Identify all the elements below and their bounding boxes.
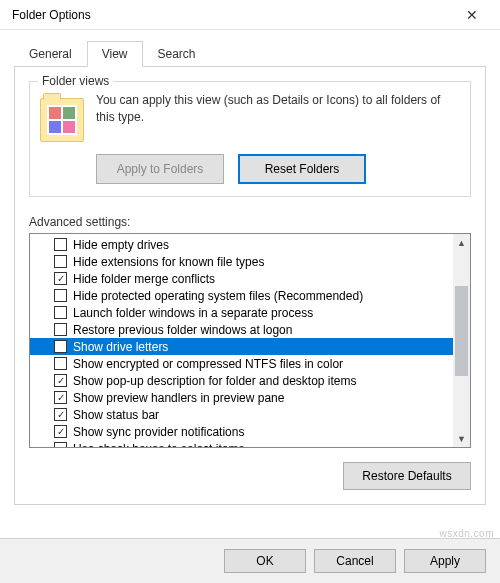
scroll-up-icon[interactable]: ▲	[453, 234, 470, 251]
list-item-label: Restore previous folder windows at logon	[73, 323, 292, 337]
checkbox-icon[interactable]	[54, 323, 67, 336]
list-item-label: Show encrypted or compressed NTFS files …	[73, 357, 343, 371]
list-item[interactable]: Hide empty drives	[30, 236, 453, 253]
list-item[interactable]: ✓Show status bar	[30, 406, 453, 423]
list-item[interactable]: Hide extensions for known file types	[30, 253, 453, 270]
list-item[interactable]: Show encrypted or compressed NTFS files …	[30, 355, 453, 372]
content-area: General View Search Folder views You can…	[0, 30, 500, 505]
scroll-track[interactable]	[453, 251, 470, 430]
tab-general[interactable]: General	[14, 41, 87, 67]
list-item-label: Use check boxes to select items	[73, 442, 244, 448]
list-item-label: Show status bar	[73, 408, 159, 422]
reset-folders-button[interactable]: Reset Folders	[238, 154, 366, 184]
window-title: Folder Options	[12, 8, 91, 22]
apply-to-folders-button: Apply to Folders	[96, 154, 224, 184]
folder-icon	[40, 98, 84, 142]
list-item[interactable]: Hide protected operating system files (R…	[30, 287, 453, 304]
scrollbar[interactable]: ▲ ▼	[453, 234, 470, 447]
scroll-thumb[interactable]	[455, 286, 468, 376]
folder-views-text: You can apply this view (such as Details…	[96, 92, 460, 142]
checkbox-icon[interactable]	[54, 442, 67, 447]
checkbox-icon[interactable]	[54, 357, 67, 370]
list-item[interactable]: ✓Show preview handlers in preview pane	[30, 389, 453, 406]
tab-search[interactable]: Search	[143, 41, 211, 67]
close-icon: ✕	[466, 7, 478, 23]
cancel-button[interactable]: Cancel	[314, 549, 396, 573]
list-item-label: Show pop-up description for folder and d…	[73, 374, 357, 388]
checkbox-icon[interactable]: ✓	[54, 272, 67, 285]
tab-strip: General View Search	[14, 40, 486, 67]
checkbox-icon[interactable]	[54, 306, 67, 319]
checkbox-icon[interactable]	[54, 289, 67, 302]
close-button[interactable]: ✕	[452, 1, 492, 29]
list-item-label: Hide protected operating system files (R…	[73, 289, 363, 303]
list-item-label: Hide empty drives	[73, 238, 169, 252]
restore-defaults-button[interactable]: Restore Defaults	[343, 462, 471, 490]
folder-views-legend: Folder views	[38, 74, 113, 88]
list-item-label: Show sync provider notifications	[73, 425, 244, 439]
list-item[interactable]: ✓Hide folder merge conflicts	[30, 270, 453, 287]
checkbox-icon[interactable]: ✓	[54, 374, 67, 387]
list-item[interactable]: Use check boxes to select items	[30, 440, 453, 447]
advanced-settings-listbox: Hide empty drivesHide extensions for kno…	[29, 233, 471, 448]
list-item-label: Hide folder merge conflicts	[73, 272, 215, 286]
checkbox-icon[interactable]: ✓	[54, 425, 67, 438]
list-item-label: Show preview handlers in preview pane	[73, 391, 284, 405]
list-item[interactable]: ✓Show sync provider notifications	[30, 423, 453, 440]
checkbox-icon[interactable]	[54, 238, 67, 251]
dialog-button-bar: OK Cancel Apply	[0, 538, 500, 583]
checkbox-icon[interactable]: ✓	[54, 391, 67, 404]
list-item[interactable]: ✓Show pop-up description for folder and …	[30, 372, 453, 389]
list-item-label: Show drive letters	[73, 340, 168, 354]
list-item[interactable]: Launch folder windows in a separate proc…	[30, 304, 453, 321]
list-item-label: Launch folder windows in a separate proc…	[73, 306, 313, 320]
checkbox-icon[interactable]: ✓	[54, 408, 67, 421]
folder-views-group: Folder views You can apply this view (su…	[29, 81, 471, 197]
list-item[interactable]: Restore previous folder windows at logon	[30, 321, 453, 338]
list-item-label: Hide extensions for known file types	[73, 255, 264, 269]
titlebar: Folder Options ✕	[0, 0, 500, 30]
advanced-settings-label: Advanced settings:	[29, 215, 471, 229]
checkbox-icon[interactable]	[54, 340, 67, 353]
apply-button[interactable]: Apply	[404, 549, 486, 573]
list-item[interactable]: Show drive letters	[30, 338, 453, 355]
checkbox-icon[interactable]	[54, 255, 67, 268]
view-panel: Folder views You can apply this view (su…	[14, 67, 486, 505]
advanced-settings-list[interactable]: Hide empty drivesHide extensions for kno…	[30, 234, 453, 447]
scroll-down-icon[interactable]: ▼	[453, 430, 470, 447]
ok-button[interactable]: OK	[224, 549, 306, 573]
tab-view[interactable]: View	[87, 41, 143, 67]
